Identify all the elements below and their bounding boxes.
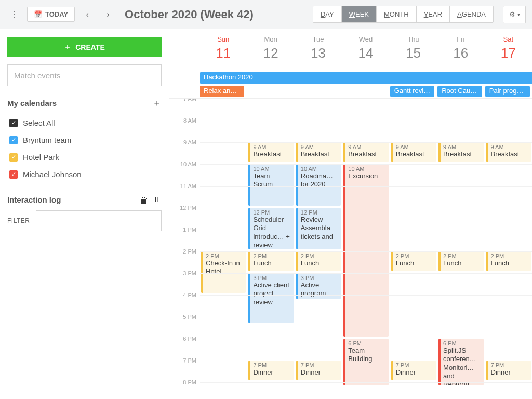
prev-button[interactable]: ‹ bbox=[79, 6, 96, 23]
calendars-header: My calendars ＋ bbox=[7, 97, 162, 109]
hour-label: 7 PM bbox=[170, 357, 196, 364]
allday-event-root[interactable]: Root Cau… bbox=[437, 86, 482, 97]
hour-label: 10 AM bbox=[170, 161, 196, 167]
menu-button[interactable]: ⋮ bbox=[6, 6, 23, 23]
calendar-label: Bryntum team bbox=[23, 136, 71, 144]
dow-label: Thu bbox=[390, 35, 437, 43]
day-col-mon[interactable]: 9 AMBreakfast 10 AMTeam Scrum 12 PMSched… bbox=[247, 99, 294, 399]
event-lunch[interactable]: 2 PMLunch bbox=[248, 251, 293, 271]
event-excursion[interactable]: 10 AMExcursion bbox=[343, 164, 388, 337]
view-switcher: DAY WEEK MONTH YEAR AGENDA bbox=[313, 6, 494, 23]
trash-icon[interactable]: 🗑 bbox=[140, 196, 148, 204]
calendar-item[interactable]: ✓Michael Johnson bbox=[7, 166, 162, 183]
day-header[interactable]: Wed14 bbox=[342, 29, 389, 71]
hour-label: 4 PM bbox=[170, 292, 196, 298]
event-roadmap[interactable]: 10 AMRoadma… for 2020 bbox=[296, 164, 341, 206]
checkbox-icon: ✓ bbox=[9, 153, 18, 162]
page-title: October 2020 (Week 42) bbox=[125, 8, 309, 21]
event-breakfast[interactable]: 9 AMBreakfast bbox=[296, 142, 341, 162]
event-breakfast[interactable]: 9 AMBreakfast bbox=[391, 142, 436, 162]
tab-week[interactable]: WEEK bbox=[342, 6, 377, 22]
event-breakfast[interactable]: 9 AMBreakfast bbox=[343, 142, 388, 162]
calendar-grid: Sun11 Mon12 Tue13 Wed14 Thu15 Fri16 Sat1… bbox=[169, 29, 532, 399]
hour-label: 12 PM bbox=[170, 205, 196, 211]
day-header[interactable]: Thu15 bbox=[390, 29, 437, 71]
day-number: 11 bbox=[200, 45, 247, 61]
event-dinner[interactable]: 7 PMDinner bbox=[486, 361, 531, 380]
tab-agenda[interactable]: AGENDA bbox=[450, 6, 493, 22]
pause-icon[interactable]: ⏸ bbox=[153, 196, 162, 204]
plus-icon: ＋ bbox=[64, 43, 71, 52]
dow-label: Tue bbox=[295, 35, 342, 43]
day-number: 14 bbox=[342, 45, 389, 61]
tab-year[interactable]: YEAR bbox=[417, 6, 450, 22]
event-breakfast[interactable]: 9 AMBreakfast bbox=[486, 142, 531, 162]
add-calendar-button[interactable]: ＋ bbox=[152, 97, 162, 109]
calendar-item[interactable]: ✓Hotel Park bbox=[7, 149, 162, 166]
sidebar: ＋ CREATE My calendars ＋ ✓Select All ✓Bry… bbox=[0, 29, 169, 399]
day-col-sun[interactable]: 2 PMCheck-In in Hotel bbox=[200, 99, 247, 399]
day-number: 12 bbox=[247, 45, 294, 61]
dow-label: Wed bbox=[342, 35, 389, 43]
calendars-title: My calendars bbox=[7, 99, 57, 108]
event-breakfast[interactable]: 9 AMBreakfast bbox=[438, 142, 483, 162]
tab-day[interactable]: DAY bbox=[313, 6, 342, 22]
topbar: ⋮ 📅 TODAY ‹ › October 2020 (Week 42) DAY… bbox=[0, 0, 532, 29]
search-input[interactable] bbox=[7, 64, 162, 86]
allday-event-pair[interactable]: Pair progr… bbox=[485, 86, 530, 97]
day-header[interactable]: Tue13 bbox=[295, 29, 342, 71]
event-team-scrum[interactable]: 10 AMTeam Scrum bbox=[248, 164, 293, 206]
event-breakfast[interactable]: 9 AMBreakfast bbox=[248, 142, 293, 162]
allday-event-relax[interactable]: Relax and… bbox=[200, 86, 244, 97]
event-scheduler-grid[interactable]: 12 PMScheduler Grid introduc… + review bbox=[248, 208, 293, 249]
day-col-fri[interactable]: 9 AMBreakfast 2 PMLunch 6 PMSplit.JS con… bbox=[437, 99, 484, 399]
dow-label: Mon bbox=[247, 35, 294, 43]
today-button[interactable]: 📅 TODAY bbox=[27, 7, 75, 22]
calendar-label: Michael Johnson bbox=[23, 170, 82, 179]
event-lunch[interactable]: 2 PMLunch bbox=[296, 251, 341, 271]
filter-row: FILTER bbox=[7, 210, 162, 231]
event-review-assembla[interactable]: 12 PMReview Assembla tickets and bbox=[296, 208, 341, 249]
day-number: 16 bbox=[437, 45, 484, 61]
event-active-client[interactable]: 3 PMActive client project review bbox=[248, 273, 293, 323]
event-checkin[interactable]: 2 PMCheck-In in Hotel bbox=[201, 251, 246, 293]
event-splitjs[interactable]: 6 PMSplit.JS conferen… Monitori… and Rep… bbox=[438, 339, 483, 385]
event-team-building[interactable]: 6 PMTeam Building bbox=[343, 339, 388, 385]
next-button[interactable]: › bbox=[100, 6, 116, 23]
hour-label: 8 PM bbox=[170, 379, 196, 385]
main: ＋ CREATE My calendars ＋ ✓Select All ✓Bry… bbox=[0, 29, 532, 399]
day-header[interactable]: Sat17 bbox=[485, 29, 532, 71]
dow-label: Sun bbox=[200, 35, 247, 43]
day-col-sat[interactable]: 9 AMBreakfast 2 PMLunch 7 PMDinner bbox=[485, 99, 532, 399]
event-lunch[interactable]: 2 PMLunch bbox=[486, 251, 531, 271]
settings-button[interactable]: ⚙ ▾ bbox=[503, 6, 526, 23]
allday-event-gantt[interactable]: Gantt revi… bbox=[390, 86, 435, 97]
allday-event-hackathon[interactable]: Hackathon 2020 bbox=[200, 72, 532, 84]
day-header[interactable]: Mon12 bbox=[247, 29, 294, 71]
chevron-down-icon: ▾ bbox=[517, 11, 520, 17]
calendar-label: Hotel Park bbox=[23, 153, 59, 162]
hour-label: 9 AM bbox=[170, 139, 196, 145]
filter-input[interactable] bbox=[36, 210, 162, 231]
hour-label: 1 PM bbox=[170, 227, 196, 233]
event-dinner[interactable]: 7 PMDinner bbox=[391, 361, 436, 380]
event-lunch[interactable]: 2 PMLunch bbox=[438, 251, 483, 271]
event-dinner[interactable]: 7 PMDinner bbox=[296, 361, 341, 380]
log-title: Interaction log bbox=[7, 195, 135, 204]
time-gutter-head bbox=[169, 29, 200, 71]
calendar-item[interactable]: ✓Select All bbox=[7, 114, 162, 131]
day-col-thu[interactable]: 9 AMBreakfast 2 PMLunch 7 PMDinner bbox=[390, 99, 437, 399]
create-label: CREATE bbox=[75, 43, 105, 51]
tab-month[interactable]: MONTH bbox=[377, 6, 417, 22]
time-grid: 7 AM8 AM9 AM10 AM11 AM12 PM1 PM2 PM3 PM4… bbox=[169, 99, 532, 399]
create-button[interactable]: ＋ CREATE bbox=[7, 37, 162, 57]
day-header[interactable]: Fri16 bbox=[437, 29, 484, 71]
day-header-row: Sun11 Mon12 Tue13 Wed14 Thu15 Fri16 Sat1… bbox=[169, 29, 532, 71]
allday-area: Hackathon 2020 Relax and… Gantt revi… Ro… bbox=[169, 71, 532, 99]
day-col-wed[interactable]: 9 AMBreakfast 10 AMExcursion 6 PMTeam Bu… bbox=[342, 99, 389, 399]
event-lunch[interactable]: 2 PMLunch bbox=[391, 251, 436, 271]
day-col-tue[interactable]: 9 AMBreakfast 10 AMRoadma… for 2020 12 P… bbox=[295, 99, 342, 399]
event-dinner[interactable]: 7 PMDinner bbox=[248, 361, 293, 380]
day-header[interactable]: Sun11 bbox=[200, 29, 247, 71]
calendar-item[interactable]: ✓Bryntum team bbox=[7, 131, 162, 149]
